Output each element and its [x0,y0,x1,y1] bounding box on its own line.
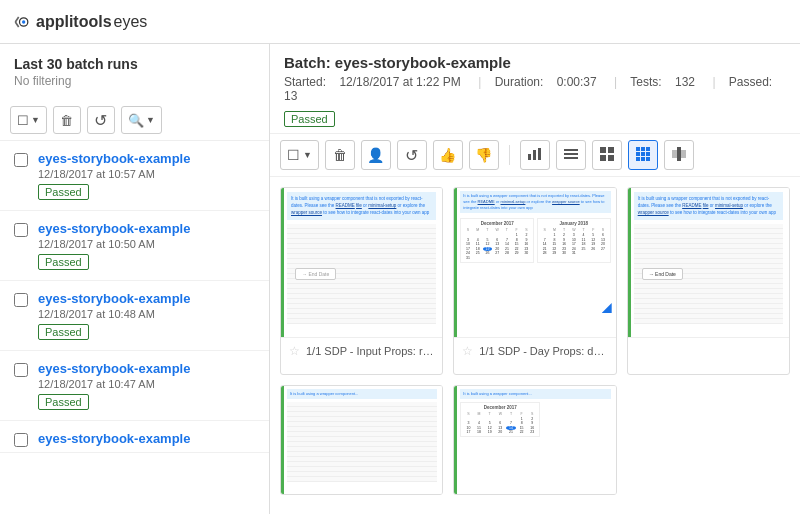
duration-value: 0:00:37 [557,75,597,89]
view-grid3-button[interactable] [628,140,658,170]
sidebar-items-list: eyes-storybook-example 12/18/2017 at 10:… [0,141,269,514]
view-grid2-button[interactable] [592,140,622,170]
content-thumbup-button[interactable]: 👍 [433,140,463,170]
logo-icon [12,12,32,32]
sidebar-select-button[interactable]: ☐ ▼ [10,106,47,134]
view-settings-button[interactable] [664,140,694,170]
grid-item[interactable]: It is built using a wrapper component...… [453,385,616,495]
batch-status-badge: Passed [284,111,335,127]
sidebar-item-checkbox[interactable] [14,223,28,237]
sidebar-item-status-badge: Passed [38,394,89,410]
dropdown-arrow-icon: ▼ [31,115,40,125]
star-icon[interactable]: ☆ [462,344,473,358]
grid-thumb: It is built using a wrapper component th… [454,188,615,338]
thumb-up-icon: 👍 [439,147,456,163]
sidebar-item-status-badge: Passed [38,184,89,200]
app-header: applitools eyes [0,0,800,44]
sidebar-item-content: eyes-storybook-example 12/18/2017 at 10:… [38,151,255,200]
sidebar-delete-button[interactable]: 🗑 [53,106,81,134]
grid-item[interactable]: It is built using a wrapper component... [280,385,443,495]
started-label: Started: [284,75,326,89]
svg-rect-7 [564,157,578,159]
svg-rect-15 [636,152,640,156]
content-thumbdown-button[interactable]: 👎 [469,140,499,170]
dropdown-arrow-icon: ▼ [303,150,312,160]
grid-thumb: It is built using a wrapper component...… [454,386,615,495]
sidebar-item[interactable]: eyes-storybook-example 12/18/2017 at 10:… [0,351,269,421]
svg-rect-4 [538,148,541,160]
logo-applitools-text: applitools [36,13,112,31]
tests-value: 132 [675,75,695,89]
meta-separator-2: | [614,75,617,89]
batch-meta: Started: 12/18/2017 at 1:22 PM | Duratio… [284,75,786,103]
sidebar-subtitle: No filtering [14,74,255,88]
grid-item-label: ☆ 1/1 SDP - Input Props: read... [281,338,442,364]
bar-chart-icon [527,146,543,165]
view-list-button[interactable] [556,140,586,170]
sidebar-item-checkbox[interactable] [14,153,28,167]
grid-item-name: 1/1 SDP - Day Props: default [479,345,607,357]
logo-eyes-text: eyes [114,13,148,31]
sidebar-item[interactable]: eyes-storybook-example 12/18/2017 at 10:… [0,281,269,351]
svg-rect-18 [636,157,640,161]
duration-label: Duration: [495,75,544,89]
grid-item[interactable]: It is built using a wrapper component th… [280,187,443,375]
sidebar-search-button[interactable]: 🔍 ▼ [121,106,162,134]
svg-rect-5 [564,149,578,151]
svg-rect-8 [600,147,606,153]
toolbar-divider [509,145,510,165]
sidebar-item-date: 12/18/2017 at 10:50 AM [38,238,255,250]
grid-thumb: It is built using a wrapper component... [281,386,442,495]
sidebar-item[interactable]: eyes-storybook-example 12/18/2017 at 10:… [0,211,269,281]
sidebar-item-name: eyes-storybook-example [38,291,255,306]
sidebar-item-checkbox[interactable] [14,433,28,447]
sidebar-item-name: eyes-storybook-example [38,221,255,236]
content-toolbar: ☐ ▼ 🗑 👤 ↺ 👍 👎 [270,134,800,177]
sidebar-item-date: 12/18/2017 at 10:57 AM [38,168,255,180]
svg-rect-20 [646,157,650,161]
sidebar-item-checkbox[interactable] [14,363,28,377]
list-icon [563,146,579,165]
svg-rect-19 [641,157,645,161]
sidebar-item[interactable]: eyes-storybook-example [0,421,269,453]
sidebar-item-content: eyes-storybook-example 12/18/2017 at 10:… [38,291,255,340]
sidebar-item[interactable]: eyes-storybook-example 12/18/2017 at 10:… [0,141,269,211]
svg-rect-16 [641,152,645,156]
refresh-icon: ↺ [94,111,107,130]
sidebar-refresh-button[interactable]: ↺ [87,106,115,134]
checkbox-icon: ☐ [17,113,29,128]
svg-rect-2 [528,154,531,160]
trash-icon: 🗑 [60,113,73,128]
checkbox-icon: ☐ [287,147,300,163]
grid-item-name: 1/1 SDP - Input Props: read... [306,345,434,357]
grid-thumb: It is built using a wrapper component th… [628,188,789,338]
svg-rect-9 [608,147,614,153]
sidebar: Last 30 batch runs No filtering ☐ ▼ 🗑 ↺ … [0,44,270,514]
content-delete-button[interactable]: 🗑 [325,140,355,170]
content-user-button[interactable]: 👤 [361,140,391,170]
started-value: 12/18/2017 at 1:22 PM [339,75,460,89]
undo-icon: ↺ [405,146,418,165]
sidebar-item-checkbox[interactable] [14,293,28,307]
svg-rect-23 [672,154,686,158]
svg-rect-6 [564,153,578,155]
content-select-button[interactable]: ☐ ▼ [280,140,319,170]
passed-value: 13 [284,89,297,103]
svg-rect-13 [641,147,645,151]
settings-icon [671,146,687,165]
star-icon[interactable]: ☆ [289,344,300,358]
grid-item[interactable]: It is built using a wrapper component th… [627,187,790,375]
view-bar-chart-button[interactable] [520,140,550,170]
batch-title: Batch: eyes-storybook-example [284,54,786,71]
svg-rect-11 [608,155,614,161]
thumb-down-icon: 👎 [475,147,492,163]
svg-rect-14 [646,147,650,151]
grid-item[interactable]: It is built using a wrapper component th… [453,187,616,375]
sidebar-item-status-badge: Passed [38,254,89,270]
passed-label: Passed: [729,75,772,89]
svg-rect-3 [533,150,536,160]
content-grid: It is built using a wrapper component th… [270,177,800,514]
content-undo-button[interactable]: ↺ [397,140,427,170]
svg-point-1 [22,20,25,23]
grid-item-label: ☆ 1/1 SDP - Day Props: default [454,338,615,364]
